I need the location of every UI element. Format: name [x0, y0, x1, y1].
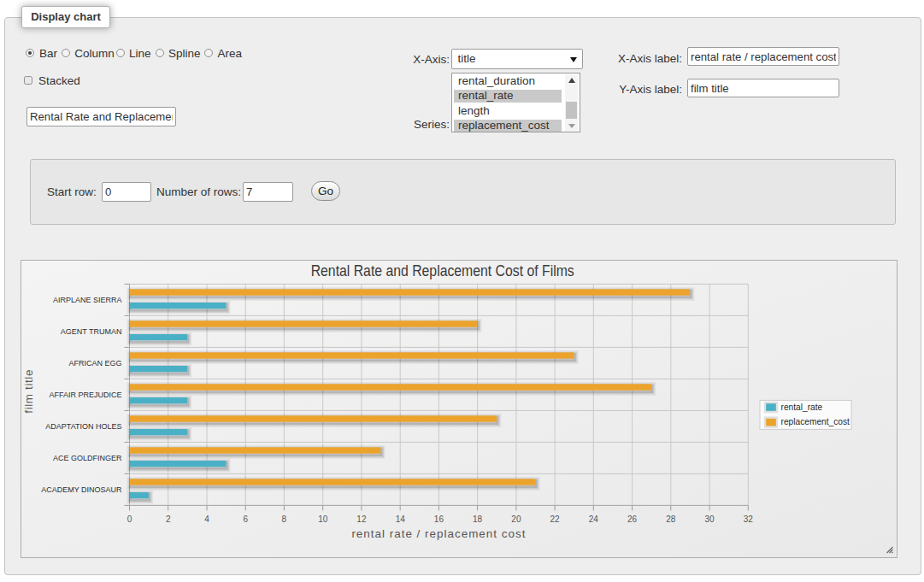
- svg-text:18: 18: [473, 514, 483, 524]
- svg-text:AIRPLANE SIERRA: AIRPLANE SIERRA: [53, 296, 122, 304]
- svg-text:AGENT TRUMAN: AGENT TRUMAN: [61, 327, 122, 336]
- svg-text:ACE GOLDFINGER: ACE GOLDFINGER: [53, 454, 122, 462]
- svg-text:28: 28: [666, 514, 676, 524]
- svg-text:22: 22: [550, 514, 561, 524]
- svg-text:14: 14: [396, 514, 406, 524]
- svg-text:10: 10: [318, 514, 328, 524]
- svg-text:16: 16: [434, 514, 444, 524]
- svg-text:AFRICAN EGG: AFRICAN EGG: [68, 359, 121, 367]
- svg-text:ACADEMY DINOSAUR: ACADEMY DINOSAUR: [41, 485, 122, 494]
- svg-text:6: 6: [243, 514, 248, 524]
- svg-text:26: 26: [627, 514, 638, 524]
- svg-text:20: 20: [511, 514, 521, 524]
- svg-text:AFFAIR PREJUDICE: AFFAIR PREJUDICE: [49, 391, 121, 399]
- svg-text:8: 8: [282, 514, 287, 524]
- svg-text:film title: film title: [22, 369, 35, 414]
- svg-text:24: 24: [589, 514, 599, 524]
- svg-text:Rental Rate and Replacement Co: Rental Rate and Replacement Cost of Film…: [311, 262, 574, 279]
- svg-text:ADAPTATION HOLES: ADAPTATION HOLES: [45, 422, 121, 431]
- svg-text:2: 2: [166, 514, 171, 524]
- svg-text:12: 12: [356, 514, 367, 524]
- svg-text:replacement_cost: replacement_cost: [781, 417, 850, 426]
- svg-text:30: 30: [705, 514, 715, 524]
- svg-text:32: 32: [744, 514, 754, 524]
- svg-text:4: 4: [204, 514, 209, 524]
- svg-text:0: 0: [127, 514, 132, 524]
- svg-text:rental_rate: rental_rate: [781, 403, 823, 412]
- svg-text:rental rate / replacement cost: rental rate / replacement cost: [351, 527, 526, 540]
